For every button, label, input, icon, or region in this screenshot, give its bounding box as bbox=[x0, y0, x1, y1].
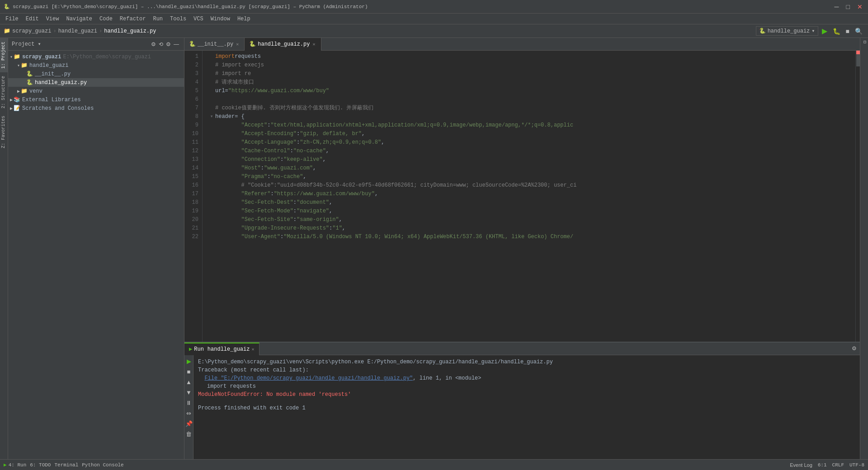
code-token: : bbox=[293, 207, 297, 216]
menu-file[interactable]: File bbox=[2, 14, 22, 24]
run-scroll-up-button[interactable]: ▲ bbox=[185, 378, 193, 386]
sidebar-tab-project[interactable]: 1: Project bbox=[0, 38, 8, 72]
code-line-16: # "Cookie":"uuid=d08bf34b-52c0-4c02-e9f5… bbox=[208, 181, 855, 190]
code-token: "Cache-Control" bbox=[215, 147, 290, 155]
error-marker bbox=[856, 51, 860, 54]
project-settings-button[interactable]: ⚙ bbox=[150, 40, 157, 48]
line-num-22: 22 bbox=[188, 233, 198, 241]
bottom-tab-run[interactable]: ▶ Run handlle_guaiz ✕ bbox=[184, 343, 259, 355]
breadcrumb-handle[interactable]: handle_guazi bbox=[58, 28, 97, 34]
debug-button[interactable]: 🐛 bbox=[831, 27, 842, 36]
run-pin-button[interactable]: 📌 bbox=[184, 419, 193, 428]
menu-edit[interactable]: Edit bbox=[22, 14, 42, 24]
menu-window[interactable]: Window bbox=[207, 14, 234, 24]
code-token: # import execjs bbox=[215, 61, 264, 70]
tab-close-init-py[interactable]: ✕ bbox=[235, 41, 240, 47]
project-gear-button[interactable]: ⚙ bbox=[165, 40, 172, 48]
tab-close-handlle-guaiz[interactable]: ✕ bbox=[311, 41, 316, 47]
run-file-link[interactable]: File "E:/Python_demo/scrapy_guazi/handle… bbox=[204, 375, 413, 381]
menu-help[interactable]: Help bbox=[234, 14, 254, 24]
code-line-10: "Accept-Encoding":"gzip, deflate, br", bbox=[208, 130, 855, 138]
project-minimize-button[interactable]: — bbox=[172, 40, 180, 48]
code-line-12: "Cache-Control":"no-cache", bbox=[208, 147, 855, 155]
tab-label-init-py: __init__.py bbox=[198, 41, 233, 47]
line-num-2: 2 bbox=[188, 61, 198, 70]
code-line-1: import requests bbox=[208, 52, 855, 61]
bottom-settings-button[interactable]: ⚙ bbox=[850, 344, 858, 352]
code-line-14: "Host":"www.guazi.com", bbox=[208, 164, 855, 173]
run-config-selector[interactable]: 🐍 handlle_guaiz ▾ bbox=[756, 26, 818, 36]
line-num-5: 5 bbox=[188, 87, 198, 95]
tree-item-scrapy-guazi[interactable]: ▾ 📁 scrapy_guazi E:\Python_demo\scrapy_g… bbox=[8, 52, 184, 61]
tree-item-external-libs[interactable]: ▶ 📚 External Libraries bbox=[8, 95, 184, 104]
code-content[interactable]: import requests # import execjs # import… bbox=[203, 51, 855, 342]
folder-icon-handle-guazi: 📁 bbox=[21, 62, 28, 69]
project-expand-button[interactable]: ⟲ bbox=[157, 40, 165, 48]
toolbar: 📁 scrapy_guazi › handle_guazi › handlle_… bbox=[0, 24, 868, 38]
run-tab-icon: ▶ bbox=[189, 346, 192, 352]
tree-item-init-py[interactable]: 🐍 __init__.py bbox=[8, 70, 184, 78]
tree-item-handlle-guaiz[interactable]: 🐍 handlle_guaiz.py bbox=[8, 78, 184, 87]
status-run-button[interactable]: ▶ 4: Run bbox=[4, 462, 26, 468]
maximize-button[interactable]: □ bbox=[844, 2, 852, 11]
sidebar-tab-structure[interactable]: 2: Structure bbox=[0, 72, 8, 112]
file-icon-init-py: 🐍 bbox=[26, 70, 33, 77]
menu-navigate[interactable]: Navigate bbox=[62, 14, 96, 24]
code-token: # cookie值要删掉. 否则对方根据这个值发现我们. 并屏蔽我们 bbox=[215, 104, 373, 113]
tree-label-init-py: __init__.py bbox=[35, 71, 71, 77]
right-tab-1[interactable]: ⊡ bbox=[860, 38, 868, 46]
close-button[interactable]: ✕ bbox=[855, 2, 864, 11]
menu-view[interactable]: View bbox=[42, 14, 63, 24]
line-num-15: 15 bbox=[188, 173, 198, 181]
editor-scrollbar[interactable] bbox=[855, 51, 860, 342]
code-token: , bbox=[326, 147, 329, 155]
file-tree: ▾ 📁 scrapy_guazi E:\Python_demo\scrapy_g… bbox=[8, 51, 184, 459]
code-token: : bbox=[290, 147, 293, 155]
status-right: Event Log 6:1 CRLF UTF-8 bbox=[790, 462, 864, 468]
breadcrumb-file[interactable]: handlle_guaiz.py bbox=[104, 28, 156, 34]
tree-item-scratches[interactable]: ▶ 📝 Scratches and Consoles bbox=[8, 104, 184, 113]
run-wrap-button[interactable]: ⇔ bbox=[185, 409, 192, 418]
menu-tools[interactable]: Tools bbox=[166, 14, 190, 24]
status-terminal-button[interactable]: Terminal bbox=[54, 462, 78, 468]
code-token: , bbox=[303, 173, 306, 181]
event-log-button[interactable]: Event Log bbox=[790, 462, 812, 468]
minimize-button[interactable]: ─ bbox=[833, 2, 841, 11]
project-header: Project ▾ ⚙ ⟲ ⚙ — bbox=[8, 38, 184, 51]
run-tab-close[interactable]: ✕ bbox=[251, 347, 254, 352]
run-tab-label: Run bbox=[194, 346, 204, 352]
run-play-button[interactable]: ▶ bbox=[186, 357, 192, 366]
menu-run[interactable]: Run bbox=[149, 14, 166, 24]
menu-code[interactable]: Code bbox=[96, 14, 116, 24]
code-editor: 1 2 3 4 5 6 7 8 9 10 11 12 13 14 15 16 1… bbox=[184, 51, 860, 342]
scrollbar-thumb[interactable] bbox=[856, 53, 860, 66]
run-trash-button[interactable]: 🗑 bbox=[185, 430, 193, 438]
tree-item-venv[interactable]: ▶ 📁 venv bbox=[8, 87, 184, 95]
code-token: : bbox=[267, 121, 270, 130]
line-num-19: 19 bbox=[188, 207, 198, 216]
tab-icon-init-py: 🐍 bbox=[189, 41, 196, 47]
status-todo-button[interactable]: 6: TODO bbox=[30, 462, 51, 468]
menu-refactor[interactable]: Refactor bbox=[116, 14, 150, 24]
run-output-file-suffix: , line 1, in <module> bbox=[413, 375, 481, 381]
line-num-12: 12 bbox=[188, 147, 198, 155]
tab-init-py[interactable]: 🐍 __init__.py ✕ bbox=[184, 38, 245, 51]
code-line-15: "Pragma":"no-cache", bbox=[208, 173, 855, 181]
run-stop-button[interactable]: ■ bbox=[186, 367, 192, 376]
status-python-console-button[interactable]: Python Console bbox=[82, 462, 123, 468]
stop-button[interactable]: ■ bbox=[844, 27, 851, 36]
tree-item-handle-guazi[interactable]: ▾ 📁 handle_guazi bbox=[8, 61, 184, 70]
code-token: , bbox=[323, 155, 326, 164]
sidebar-tabs: 1: Project 2: Structure Z: Favorites bbox=[0, 38, 8, 459]
search-everywhere-button[interactable]: 🔍 bbox=[853, 27, 864, 36]
run-button[interactable]: ▶ bbox=[820, 26, 829, 36]
run-scroll-down-button[interactable]: ▼ bbox=[185, 388, 193, 397]
tab-handlle-guaiz[interactable]: 🐍 handlle_guaiz.py ✕ bbox=[245, 38, 321, 51]
breadcrumb-project[interactable]: scrapy_guazi bbox=[12, 28, 51, 34]
menu-vcs[interactable]: VCS bbox=[190, 14, 207, 24]
sidebar-tab-favorites[interactable]: Z: Favorites bbox=[0, 112, 8, 152]
code-token: # "Cookie":"uuid=d08bf34b-52c0-4c02-e9f5… bbox=[215, 181, 576, 190]
code-token: "User-Agent" bbox=[215, 233, 280, 241]
window-title: scrapy_guazi [E:\Python_demo\scrapy_guaz… bbox=[13, 4, 368, 9]
run-pause-button[interactable]: ⏸ bbox=[185, 399, 193, 407]
